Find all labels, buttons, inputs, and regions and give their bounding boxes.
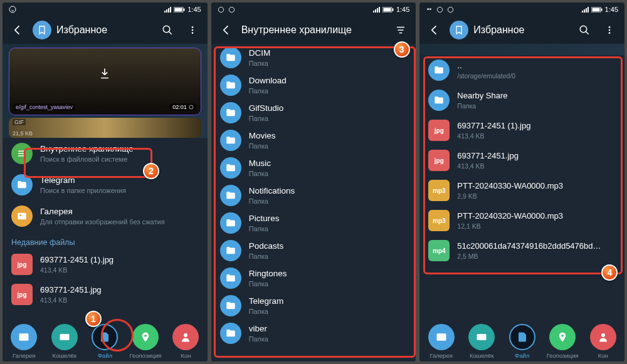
recent-file[interactable]: jpg 693771-2451.jpg 413,4 KB <box>3 279 208 309</box>
folder-icon <box>220 323 241 344</box>
folder-item[interactable]: Ringtones Папка <box>211 264 416 292</box>
chat-area <box>419 44 624 55</box>
video-message[interactable]: e/gif_contest_yasaviev 02:01 <box>9 48 201 115</box>
folder-item[interactable]: Notifications Папка <box>211 182 416 209</box>
storage-icon <box>11 143 33 164</box>
list-item[interactable]: jpg 693771-2451.jpg 413,4 KB <box>419 145 624 175</box>
folder-up[interactable]: .. /storage/emulated/0 <box>419 55 624 85</box>
back-icon[interactable] <box>216 20 236 40</box>
folder-sub: Папка <box>249 170 271 177</box>
more-icon[interactable] <box>182 20 203 40</box>
menu-gallery[interactable]: Галерея Для отправки изображений без сжа… <box>3 200 208 232</box>
jpg-icon: jpg <box>11 284 33 305</box>
more-icon[interactable] <box>599 20 619 40</box>
file-icon <box>509 324 535 350</box>
folder-item[interactable]: viber Папка <box>211 320 416 347</box>
folder-item[interactable]: Download Папка <box>211 71 416 99</box>
svg-point-7 <box>191 32 193 34</box>
list-item[interactable]: mp3 PTT-20240320-WA0000.mp3 12,1 KB <box>419 205 624 236</box>
svg-rect-26 <box>601 8 602 11</box>
folder-up-path: /storage/emulated/0 <box>457 72 515 80</box>
wallet-icon <box>51 324 78 350</box>
file-name: 693771-2451 (1).jpg <box>40 255 113 265</box>
header: Избранное <box>419 16 624 44</box>
bb-gallery[interactable]: Галерея <box>5 324 43 359</box>
folder-name: Telegram <box>249 296 284 306</box>
saved-messages-icon[interactable] <box>33 21 51 39</box>
saved-messages-icon[interactable] <box>450 21 468 39</box>
folder-list: DCIM Папка Download Папка GifStudio Папк… <box>211 44 416 361</box>
download-icon <box>98 67 111 80</box>
folder-sub: Папка <box>249 115 284 122</box>
folder-icon <box>220 268 241 289</box>
chat-area: e/gif_contest_yasaviev 02:01 GIF 21,5 KB <box>3 44 208 138</box>
folder-icon <box>220 75 241 96</box>
svg-point-8 <box>189 105 193 109</box>
svg-rect-12 <box>60 334 69 340</box>
folder-sub: Папка <box>249 225 280 232</box>
svg-point-15 <box>218 7 223 12</box>
svg-rect-9 <box>18 213 26 220</box>
file-size: 413,4 KB <box>40 296 102 304</box>
folder-item[interactable]: Telegram Папка <box>211 292 416 320</box>
bb-contact[interactable]: Кон <box>584 324 622 359</box>
gif-message[interactable]: GIF 21,5 KB <box>9 118 201 138</box>
bb-geo[interactable]: Геопозиция <box>127 324 164 359</box>
battery-icon <box>382 7 394 13</box>
svg-point-13 <box>144 335 147 337</box>
header-title: Внутреннее хранилище <box>241 24 386 36</box>
status-bar: 1:45 <box>211 3 416 16</box>
bb-gallery[interactable]: Галерея <box>423 324 460 359</box>
recent-file[interactable]: jpg 693771-2451 (1).jpg 413,4 KB <box>3 249 208 279</box>
item-name: PTT-20240330-WA0000.mp3 <box>457 181 563 191</box>
svg-point-10 <box>19 214 21 216</box>
search-icon[interactable] <box>157 20 177 40</box>
folder-name: Ringtones <box>249 269 287 279</box>
sort-icon[interactable] <box>391 20 411 40</box>
bb-wallet[interactable]: Кошелёк <box>46 324 83 359</box>
video-duration: 02:01 <box>169 103 197 111</box>
folder-name: Music <box>249 159 271 169</box>
back-icon[interactable] <box>424 20 445 40</box>
search-icon[interactable] <box>574 20 594 40</box>
item-name: 693771-2451.jpg <box>457 151 519 161</box>
list-item[interactable]: jpg 693771-2451 (1).jpg 413,4 KB <box>419 115 624 145</box>
bb-wallet[interactable]: Кошелёк <box>463 324 500 359</box>
folder-item[interactable]: Movies Папка <box>211 127 416 154</box>
bb-file[interactable]: Файл <box>86 324 124 359</box>
bb-file[interactable]: Файл <box>503 324 541 359</box>
screen-3: 1:45 Избранное .. /storage/emulated/0 Ne… <box>419 3 624 361</box>
contact-icon <box>172 324 199 350</box>
bb-contact[interactable]: Кон <box>167 324 204 359</box>
file-size: 413,4 KB <box>40 266 113 274</box>
folder-item[interactable]: GifStudio Папка <box>211 99 416 127</box>
svg-rect-32 <box>477 334 487 340</box>
svg-point-21 <box>429 8 431 10</box>
status-bar: 1:45 <box>419 3 624 16</box>
folder-icon <box>11 174 33 195</box>
list-item[interactable]: mp3 PTT-20240330-WA0000.mp3 2,9 KB <box>419 175 624 205</box>
menu-internal-storage[interactable]: Внутреннее хранилище Поиск в файловой си… <box>3 138 208 169</box>
menu-sub: Поиск в файловой системе <box>40 155 134 163</box>
folder-item[interactable]: Music Папка <box>211 154 416 182</box>
battery-icon <box>591 7 603 13</box>
viber-icon <box>436 6 443 13</box>
menu-title: Telegram <box>40 175 126 185</box>
folder-name: Pictures <box>249 214 280 224</box>
back-icon[interactable] <box>8 20 28 40</box>
folder-icon <box>220 47 241 68</box>
clock: 1:45 <box>396 6 409 13</box>
svg-point-6 <box>191 29 193 31</box>
folder-item[interactable]: Pictures Папка <box>211 209 416 237</box>
bb-geo[interactable]: Геопозиция <box>544 324 581 359</box>
folder-name: Download <box>249 76 287 86</box>
signal-icon <box>164 7 171 13</box>
folder-item[interactable]: DCIM Папка <box>211 44 416 71</box>
list-item[interactable]: mp4 51c200061da74374916b2ddd5476bd6e.mp4… <box>419 236 624 266</box>
folder-icon <box>428 60 450 81</box>
list-item[interactable]: Nearby Share Папка <box>419 85 624 115</box>
menu-telegram[interactable]: Telegram Поиск в папке приложения <box>3 169 208 200</box>
folder-item[interactable]: Podcasts Папка <box>211 237 416 264</box>
svg-point-0 <box>9 6 16 13</box>
file-browser: .. /storage/emulated/0 Nearby Share Папк… <box>419 55 624 361</box>
